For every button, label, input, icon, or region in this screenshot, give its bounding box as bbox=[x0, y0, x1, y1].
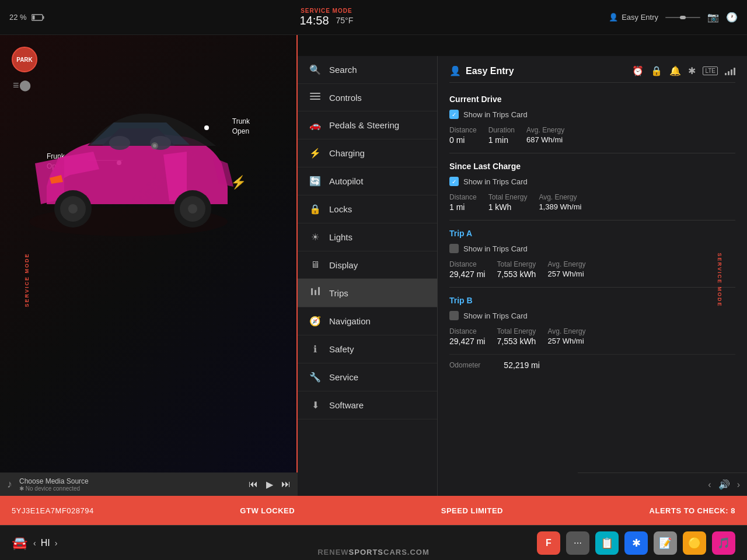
trip-a-checkbox-row[interactable]: Show in Trips Card bbox=[449, 244, 735, 253]
music-note-icon: ♪ bbox=[7, 478, 12, 491]
dock-app-clipboard[interactable]: 📋 bbox=[595, 531, 619, 555]
trip-b-title: Trip B bbox=[449, 296, 735, 305]
prev-track-button[interactable]: ⏮ bbox=[249, 479, 258, 489]
gtw-locked-text: GTW LOCKED bbox=[240, 506, 295, 515]
dock-app-bluetooth[interactable]: ✱ bbox=[624, 531, 648, 555]
menu-item-autopilot[interactable]: 🔄 Autopilot bbox=[298, 167, 437, 195]
service-mode-right-label: SERVICE MODE bbox=[717, 253, 723, 307]
trip-b-stats: Distance 29,427 mi Total Energy 7,553 kW… bbox=[449, 327, 735, 346]
current-drive-checkbox-row[interactable]: Show in Trips Card bbox=[449, 110, 735, 119]
menu-item-display[interactable]: 🖥 Display bbox=[298, 251, 437, 279]
since-last-charge-checkbox-row[interactable]: Show in Trips Card bbox=[449, 177, 735, 186]
menu-item-charging[interactable]: ⚡ Charging bbox=[298, 139, 437, 167]
since-last-charge-checkbox[interactable] bbox=[449, 177, 459, 186]
top-bar-left: 22 % bbox=[9, 13, 44, 22]
dock-nav-next[interactable]: › bbox=[55, 538, 58, 548]
software-icon: ⬇ bbox=[309, 400, 321, 411]
profile-icon: 👤 bbox=[609, 13, 618, 22]
slc-total-energy: Total Energy 1 kWh bbox=[488, 193, 528, 212]
slc-avg-energy-label: Avg. Energy bbox=[539, 193, 581, 201]
menu-label-safety: Safety bbox=[329, 344, 354, 354]
dock-app-flash[interactable]: F bbox=[537, 531, 560, 555]
alerts-to-check-text: ALERTS TO CHECK: 8 bbox=[650, 506, 735, 515]
menu-item-search[interactable]: 🔍 Search bbox=[298, 56, 437, 84]
trip-b-checkbox[interactable] bbox=[449, 311, 459, 320]
trip-b-distance: Distance 29,427 mi bbox=[449, 327, 485, 346]
trip-a-stats: Distance 29,427 mi Total Energy 7,553 kW… bbox=[449, 260, 735, 279]
battery-percentage: 22 % bbox=[9, 13, 27, 22]
menu-label-pedals: Pedals & Steering bbox=[329, 120, 399, 130]
trip-a-total-energy: Total Energy 7,553 kWh bbox=[497, 260, 536, 279]
dock-hi-label: HI bbox=[41, 538, 50, 548]
menu-item-software[interactable]: ⬇ Software bbox=[298, 391, 437, 419]
autopilot-icon: 🔄 bbox=[309, 176, 321, 187]
car-svg: ⚡ bbox=[12, 70, 257, 274]
bell-icon[interactable]: 🔔 bbox=[669, 65, 681, 76]
slider-icon bbox=[665, 15, 700, 20]
slc-avg-energy-value: 1,389 Wh/mi bbox=[539, 202, 581, 211]
easy-entry-header: 👤 Easy Entry ⏰ 🔒 🔔 ✱ LTE bbox=[449, 65, 735, 83]
detail-prev-button[interactable]: ‹ bbox=[708, 480, 711, 490]
car-dock-icon[interactable]: 🚘 bbox=[12, 536, 27, 551]
menu-item-trips[interactable]: Trips bbox=[298, 279, 437, 307]
locks-icon: 🔒 bbox=[309, 204, 321, 215]
svg-rect-23 bbox=[318, 287, 320, 295]
svg-rect-19 bbox=[310, 96, 320, 97]
media-info: Choose Media Source ✱ No device connecte… bbox=[19, 477, 242, 492]
trip-b-checkbox-row[interactable]: Show in Trips Card bbox=[449, 311, 735, 320]
lights-icon: ☀ bbox=[309, 232, 321, 243]
car-panel-inner: PARK ≡⬤ FrunkOpen TrunkOpen bbox=[0, 35, 296, 496]
trip-a-distance: Distance 29,427 mi bbox=[449, 260, 485, 279]
menu-label-autopilot: Autopilot bbox=[329, 176, 363, 186]
odometer-value: 52,219 mi bbox=[504, 360, 539, 370]
current-time: 14:58 bbox=[299, 14, 329, 27]
divider-1 bbox=[449, 153, 735, 153]
menu-item-lights[interactable]: ☀ Lights bbox=[298, 223, 437, 251]
battery-icon bbox=[32, 14, 44, 21]
menu-label-lights: Lights bbox=[329, 232, 352, 242]
dock-app-music[interactable]: 🎵 bbox=[712, 531, 735, 555]
current-drive-checkbox-label: Show in Trips Card bbox=[463, 110, 528, 119]
service-mode-left-label: SERVICE MODE bbox=[24, 253, 30, 307]
next-track-button[interactable]: ⏭ bbox=[281, 479, 291, 489]
trip-b-checkbox-label: Show in Trips Card bbox=[463, 312, 528, 320]
current-drive-duration-value: 1 min bbox=[488, 135, 515, 145]
svg-point-7 bbox=[109, 136, 130, 150]
menu-item-navigation[interactable]: 🧭 Navigation bbox=[298, 307, 437, 335]
menu-item-locks[interactable]: 🔒 Locks bbox=[298, 195, 437, 223]
dock-app-notes[interactable]: 📝 bbox=[654, 531, 677, 555]
play-button[interactable]: ▶ bbox=[266, 479, 273, 490]
current-drive-duration-label: Duration bbox=[488, 126, 515, 134]
trip-a-distance-value: 29,427 mi bbox=[449, 270, 485, 279]
odometer-label: Odometer bbox=[449, 361, 480, 369]
menu-item-safety[interactable]: ℹ Safety bbox=[298, 335, 437, 363]
menu-item-pedals[interactable]: 🚗 Pedals & Steering bbox=[298, 111, 437, 139]
alarm-icon[interactable]: ⏰ bbox=[632, 65, 644, 76]
odometer-row: Odometer 52,219 mi bbox=[449, 354, 735, 370]
bluetooth-icon[interactable]: ✱ bbox=[688, 65, 696, 76]
detail-next-button[interactable]: › bbox=[737, 480, 740, 490]
trip-a-title: Trip A bbox=[449, 229, 735, 238]
menu-label-trips: Trips bbox=[329, 288, 348, 298]
current-drive-energy-value: 687 Wh/mi bbox=[526, 135, 564, 144]
trip-a-checkbox-label: Show in Trips Card bbox=[463, 244, 528, 253]
lte-badge: LTE bbox=[703, 66, 718, 75]
menu-item-controls[interactable]: Controls bbox=[298, 84, 437, 111]
watermark-sports: SPORTS bbox=[349, 548, 383, 556]
current-drive-energy: Avg. Energy 687 Wh/mi bbox=[526, 126, 564, 145]
profile-selector[interactable]: 👤 Easy Entry bbox=[609, 13, 658, 22]
lock-header-icon[interactable]: 🔒 bbox=[651, 65, 662, 76]
trip-a-checkbox[interactable] bbox=[449, 244, 459, 253]
watermark: RENEWSPORTSCARS.COM bbox=[317, 548, 430, 556]
current-drive-checkbox[interactable] bbox=[449, 110, 459, 119]
speed-limited-text: SPEED LIMITED bbox=[441, 506, 503, 515]
since-last-charge-stats: Distance 1 mi Total Energy 1 kWh Avg. En… bbox=[449, 193, 735, 212]
divider-3 bbox=[449, 287, 735, 288]
menu-label-locks: Locks bbox=[329, 204, 352, 214]
dock-app-more[interactable]: ⋯ bbox=[566, 531, 589, 555]
menu-item-service[interactable]: 🔧 Service bbox=[298, 363, 437, 391]
watermark-renew: RENEW bbox=[317, 548, 348, 556]
dock-app-widget[interactable]: 🟡 bbox=[683, 531, 706, 555]
dock-nav-prev[interactable]: ‹ bbox=[33, 538, 36, 548]
controls-icon bbox=[309, 92, 321, 103]
